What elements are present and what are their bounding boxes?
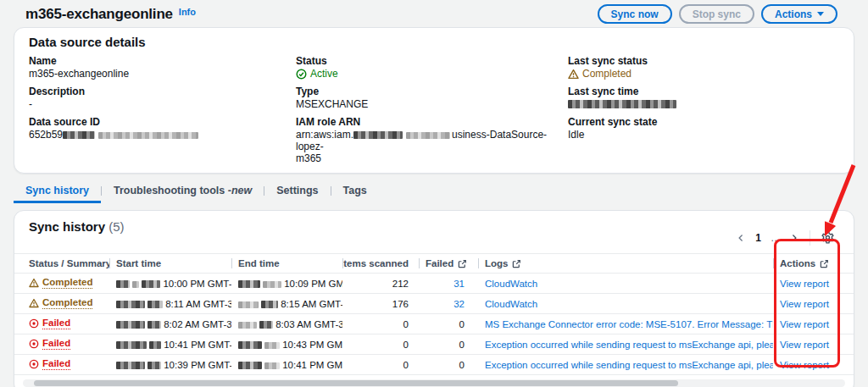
status-value: Active [296, 68, 568, 80]
field-current-sync-state: Current sync state Idle [568, 116, 839, 141]
scrollbar-thumb[interactable] [34, 380, 678, 386]
start-time-cell: 8:11 AM GMT-3 [109, 299, 231, 309]
redacted-text [353, 131, 403, 139]
field-status: Status Active [296, 55, 568, 80]
redacted-text [116, 321, 145, 329]
last-sync-status-label: Last sync status [568, 55, 839, 67]
redacted-text [63, 131, 95, 139]
view-report-link[interactable]: View report [780, 319, 829, 329]
column-header-status: Status / Summary [29, 254, 109, 273]
error-icon [29, 339, 39, 349]
horizontal-scrollbar [23, 379, 845, 387]
data-source-details-card: Data source details Name m365-exchangeon… [14, 27, 854, 174]
actions-button[interactable]: Actions [761, 4, 837, 24]
start-time-cell: 10:39 PM GMT-3 [109, 360, 231, 370]
column-header-actions: Actions [773, 254, 839, 273]
name-label: Name [29, 55, 296, 67]
logs-link[interactable]: CloudWatch [485, 299, 537, 309]
view-report-link[interactable]: View report [780, 360, 829, 370]
view-report-link[interactable]: View report [780, 299, 829, 309]
chevron-right-icon [790, 234, 798, 242]
start-time-cell: 10:00 PM GMT-3 [109, 279, 231, 289]
status-badge[interactable]: Completed [29, 297, 92, 309]
sync-history-title: Sync history (5) [29, 219, 125, 234]
status-badge[interactable]: Failed [29, 318, 70, 329]
tab-sync-history[interactable]: Sync history [14, 181, 101, 203]
status-badge[interactable]: Failed [29, 338, 70, 350]
total-items-scanned-cell: 0 [342, 360, 419, 370]
redacted-text [238, 301, 259, 308]
current-sync-state-label: Current sync state [568, 116, 839, 128]
iam-role-arn-value: arn:aws:iam.usiness-DataSource-lopez- [296, 129, 568, 152]
field-description: Description - [29, 86, 296, 110]
last-sync-time-label: Last sync time [568, 86, 839, 97]
page-title: m365-exchangeonline [25, 6, 173, 23]
page-number-button[interactable]: 1 [750, 230, 766, 246]
field-name: Name m365-exchangeonline [29, 55, 296, 80]
description-label: Description [29, 86, 296, 97]
redacted-text [264, 362, 280, 369]
column-header-logs: Logs [478, 254, 773, 273]
logs-link[interactable]: CloudWatch [485, 279, 537, 289]
redacted-text [149, 341, 161, 349]
column-header-total-items-scanned: Total items scanned [342, 254, 419, 273]
logs-link[interactable]: Exception occurred while sending request… [485, 360, 773, 370]
warning-icon [568, 69, 579, 80]
next-page-button[interactable] [785, 232, 804, 244]
redacted-text [142, 280, 160, 288]
field-data-source-id: Data source ID 652b59 [29, 116, 296, 141]
failed-count-link[interactable]: 32 [453, 299, 465, 309]
table-header-row: Status / Summary Start time End time Tot… [14, 253, 854, 274]
error-icon [29, 318, 39, 329]
table-preferences-button[interactable] [816, 229, 839, 246]
tab-troubleshooting-tools[interactable]: Troubleshooting tools - new [102, 181, 264, 203]
redacted-text [238, 341, 262, 349]
redacted-text [263, 281, 281, 288]
redacted-text [238, 280, 260, 288]
info-link[interactable]: Info [179, 7, 196, 17]
description-value: - [29, 98, 296, 110]
start-time-cell: 8:02 AM GMT-3 [109, 319, 231, 329]
table-row: Failed 8:02 AM GMT-3 8:03 AM GMT-3 0 0 M… [14, 314, 854, 334]
table-row: Completed 10:00 PM GMT-3 10:09 PM GMT-3 … [14, 274, 854, 294]
actions-button-label: Actions [775, 8, 812, 20]
redacted-text [238, 362, 262, 369]
total-items-scanned-cell: 212 [342, 279, 419, 289]
view-report-link[interactable]: View report [780, 340, 829, 350]
gear-icon [821, 231, 834, 244]
last-sync-time-value [568, 98, 839, 110]
view-report-link[interactable]: View report [780, 279, 829, 289]
redacted-text [116, 301, 145, 308]
logs-link[interactable]: MS Exchange Connector error code: MSE-51… [485, 319, 773, 329]
sync-history-count: (5) [108, 219, 124, 234]
external-link-icon [512, 259, 521, 268]
field-type: Type MSEXCHANGE [296, 86, 568, 110]
logs-link[interactable]: Exception occurred while sending request… [485, 340, 773, 350]
iam-role-arn-label: IAM role ARN [296, 116, 568, 128]
status-badge[interactable]: Failed [29, 358, 70, 370]
tab-tags[interactable]: Tags [331, 181, 379, 203]
pagination-ellipsis: … [766, 230, 785, 246]
sync-now-button[interactable]: Sync now [598, 4, 672, 24]
data-source-id-value: 652b59 [29, 129, 296, 141]
warning-icon [29, 298, 39, 308]
current-sync-state-value: Idle [568, 129, 839, 141]
redacted-text [147, 321, 161, 329]
table-row: Failed 10:39 PM GMT-3 10:41 PM GMT-3 0 0… [14, 355, 854, 375]
data-source-id-label: Data source ID [29, 116, 296, 128]
redacted-text [98, 132, 198, 139]
stop-sync-button[interactable]: Stop sync [679, 4, 754, 24]
end-time-cell: 10:09 PM GMT-3 [231, 279, 342, 289]
status-badge[interactable]: Completed [29, 277, 92, 289]
failed-count-link[interactable]: 31 [453, 279, 465, 289]
previous-page-button[interactable] [732, 232, 750, 244]
end-time-cell: 8:03 AM GMT-3 [231, 319, 342, 329]
redacted-text [116, 341, 147, 349]
type-label: Type [296, 86, 568, 97]
tab-settings[interactable]: Settings [264, 181, 330, 203]
external-link-icon [458, 259, 467, 268]
total-items-scanned-cell: 0 [342, 319, 419, 329]
redacted-text [264, 342, 280, 349]
header-actions: Sync now Stop sync Actions [598, 4, 837, 24]
chevron-left-icon [737, 234, 745, 242]
